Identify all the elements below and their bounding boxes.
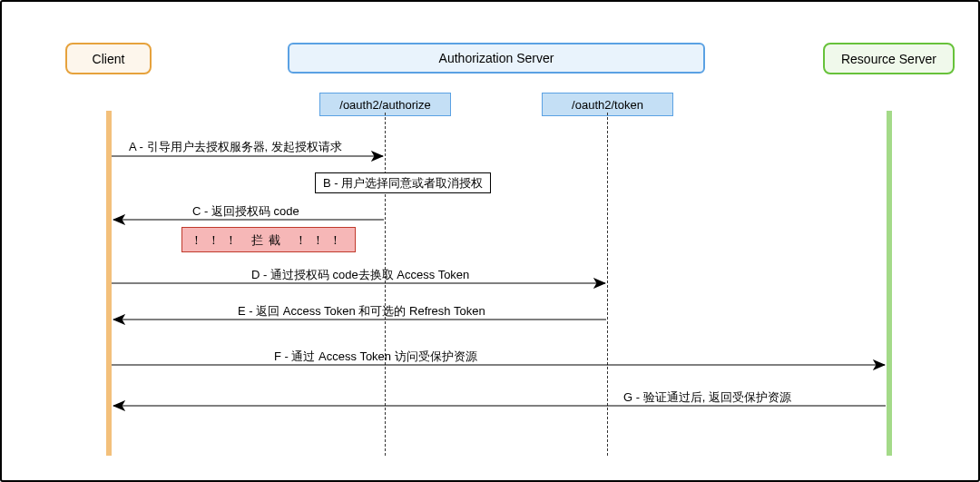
- lifeline-client: [106, 111, 112, 456]
- msg-b: B - 用户选择同意或者取消授权: [315, 172, 491, 193]
- msg-c: C - 返回授权码 code: [192, 204, 299, 219]
- resource-label: Resource Server: [841, 53, 936, 65]
- msg-a: A - 引导用户去授权服务器, 发起授权请求: [129, 140, 342, 154]
- diagram-frame: Client Authorization Server /oauth2/auth…: [0, 0, 980, 482]
- msg-d: D - 通过授权码 code去换取 Access Token: [251, 268, 469, 282]
- lifeline-resource: [887, 111, 892, 456]
- msg-e: E - 返回 Access Token 和可选的 Refresh Token: [238, 304, 485, 319]
- authorize-label: /oauth2/authorize: [339, 99, 430, 111]
- client-label: Client: [93, 53, 125, 65]
- participant-client: Client: [65, 43, 152, 74]
- lifeline-authorize: [385, 113, 386, 456]
- msg-f: F - 通过 Access Token 访问受保护资源: [274, 349, 477, 364]
- token-label: /oauth2/token: [572, 99, 643, 111]
- lifeline-token: [607, 113, 608, 456]
- participant-resource: Resource Server: [823, 43, 955, 74]
- msg-g: G - 验证通过后, 返回受保护资源: [623, 390, 791, 405]
- participant-auth-server: Authorization Server: [288, 43, 705, 74]
- auth-server-label: Authorization Server: [439, 52, 554, 64]
- intercept-note: ！！！ 拦截 ！！！: [181, 227, 356, 252]
